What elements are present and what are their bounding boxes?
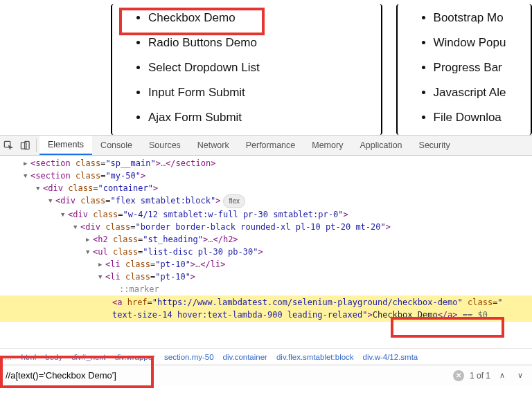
breadcrumb-item[interactable]: div.container <box>223 353 267 361</box>
breadcrumb-item[interactable]: … <box>4 353 12 361</box>
list-item[interactable]: Window Popu <box>434 36 518 50</box>
dom-node[interactable]: <li class="pt-10"> <box>105 272 195 282</box>
selected-dom-node[interactable]: <a href="https://www.lambdatest.com/sele… <box>0 295 532 322</box>
dom-node[interactable]: <li class="pt-10">…</li> <box>105 259 225 269</box>
list-item[interactable]: Bootstrap Mo <box>434 11 518 25</box>
dom-search-input[interactable] <box>6 370 447 381</box>
next-match-icon[interactable]: ∨ <box>514 369 526 382</box>
breadcrumb-item[interactable]: div.wrapper <box>114 353 155 361</box>
devtools-tab-network[interactable]: Network <box>189 136 238 155</box>
search-bar: ✕ 1 of 1 ∧ ∨ <box>0 365 532 385</box>
dom-node[interactable]: <h2 class="st_heading">…</h2> <box>93 235 238 244</box>
list-item[interactable]: Select Dropdown List <box>148 61 369 75</box>
breadcrumb-item[interactable]: section.my-50 <box>164 353 214 361</box>
devtools-tab-elements[interactable]: Elements <box>39 136 92 155</box>
breadcrumb-item[interactable]: div#_next <box>71 353 105 361</box>
list-item[interactable]: Ajax Form Submit <box>148 111 369 125</box>
devtools-tab-console[interactable]: Console <box>92 136 141 155</box>
dom-node[interactable]: <div class="container"> <box>43 183 158 193</box>
search-match-count: 1 of 1 <box>470 371 490 381</box>
devtools-tab-security[interactable]: Security <box>411 136 459 155</box>
dom-node[interactable]: <section class="sp__main">…</section> <box>30 158 215 168</box>
breadcrumb-item[interactable]: html <box>21 353 37 361</box>
dom-node[interactable]: <ul class="list-disc pl-30 pb-30"> <box>93 247 263 257</box>
devtools-tabbar: ElementsConsoleSourcesNetworkPerformance… <box>0 136 532 156</box>
devtools-tab-memory[interactable]: Memory <box>303 136 351 155</box>
clear-search-icon[interactable]: ✕ <box>453 370 464 381</box>
list-item[interactable]: File Downloa <box>434 111 518 125</box>
dom-marker: ::marker <box>119 284 159 294</box>
device-toggle-icon[interactable] <box>17 136 33 155</box>
dom-node[interactable]: <div class="border border-black rounded-… <box>80 222 391 232</box>
bottom-spacer <box>0 385 532 402</box>
breadcrumb-item[interactable]: body <box>45 353 62 361</box>
list-item[interactable]: Input Form Submit <box>148 86 369 100</box>
page-preview: Checkbox DemoRadio Buttons DemoSelect Dr… <box>0 0 532 136</box>
breadcrumb-item[interactable]: div.w-4/12.smta <box>363 353 418 361</box>
dom-node[interactable]: <div class="flex smtablet:block"> <box>55 196 220 205</box>
dom-node[interactable]: <section class="my-50"> <box>30 171 145 181</box>
dom-breadcrumb[interactable]: …htmlbodydiv#_nextdiv.wrappersection.my-… <box>0 348 532 365</box>
devtools-tab-sources[interactable]: Sources <box>141 136 189 155</box>
demo-list-right: Bootstrap MoWindow PopuProgress BarJavas… <box>396 4 532 135</box>
flex-badge[interactable]: flex <box>223 194 245 208</box>
breadcrumb-item[interactable]: div.flex.smtablet:block <box>276 353 354 361</box>
devtools-tab-performance[interactable]: Performance <box>238 136 304 155</box>
list-item[interactable]: Progress Bar <box>434 61 518 75</box>
dom-node[interactable]: <div class="w-4/12 smtablet:w-full pr-30… <box>68 210 348 219</box>
list-item[interactable]: Radio Buttons Demo <box>148 36 369 50</box>
inspect-icon[interactable] <box>0 136 17 155</box>
list-item[interactable]: Javascript Ale <box>434 86 518 100</box>
highlight-box-list-item <box>119 8 265 35</box>
svg-rect-1 <box>21 142 26 148</box>
devtools-tab-application[interactable]: Application <box>351 136 410 155</box>
elements-panel[interactable]: ▶<section class="sp__main">…</section> ▼… <box>0 156 532 348</box>
prev-match-icon[interactable]: ∧ <box>496 369 508 382</box>
